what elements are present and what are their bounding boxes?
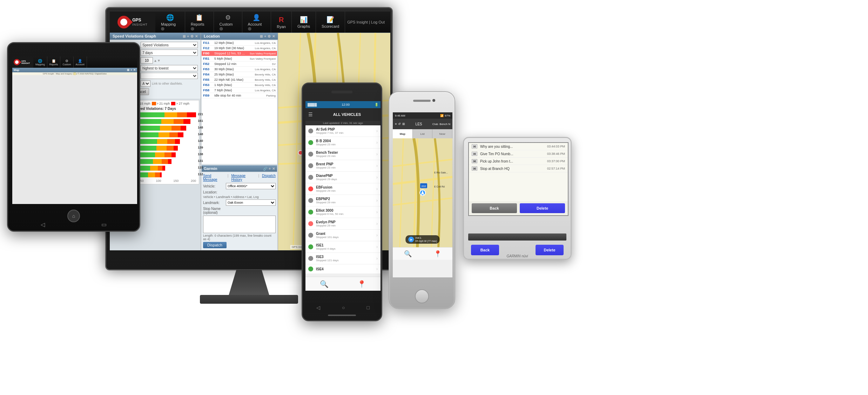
iphone-grid-icon[interactable]: ⊞: [402, 122, 405, 126]
android-vehicle-row-grant[interactable]: Grant Stopped 101 days ›: [305, 230, 381, 241]
copy-icon[interactable]: ⊞: [183, 34, 186, 38]
android-vehicle-row-ise3[interactable]: ISE3 Stopped 121 days ›: [305, 253, 381, 264]
show-input[interactable]: [141, 57, 153, 64]
android-vehicle-row-evelyn[interactable]: Evelyn PNP Stopped 29 min ›: [305, 218, 381, 230]
tablet-recent-icon[interactable]: ▭: [101, 221, 107, 228]
garmin-delete-hardware-btn[interactable]: Delete: [536, 245, 564, 255]
android-vehicle-row-ebpnp2[interactable]: EBPNP2 Stopped 29 min ›: [305, 195, 381, 206]
dashlet-group-select[interactable]: A: [141, 80, 150, 87]
location-row-fi90[interactable]: FI90 Stopped 12 hrs, 53 min Sun Valley F…: [202, 51, 277, 56]
tablet-map-expand-icon[interactable]: +: [130, 68, 132, 72]
map-settings-icon[interactable]: ⚙: [381, 34, 384, 38]
garmin-expand-icon[interactable]: +: [269, 167, 271, 171]
location-close-icon[interactable]: ✕: [272, 34, 275, 38]
sort-select[interactable]: highest to lowest: [141, 65, 198, 71]
tablet-map-close-icon[interactable]: ✕: [133, 68, 136, 72]
android-hamburger-icon[interactable]: ☰: [308, 112, 313, 117]
dispatch-button[interactable]: Dispatch: [203, 242, 227, 248]
display-days-select[interactable]: 7 days: [141, 50, 198, 56]
tablet-back-icon[interactable]: ◁: [41, 221, 45, 228]
message-history-btn[interactable]: Message History: [231, 174, 255, 182]
android-vehicle-row-ebfusion[interactable]: EBFusion Stopped 29 min ›: [305, 183, 381, 195]
garmin-back-hardware-btn[interactable]: Back: [471, 245, 499, 255]
nav-item-ryan[interactable]: R Ryan: [271, 12, 292, 33]
location-label: Location:: [203, 190, 276, 194]
tablet-nav-account[interactable]: 👤 Account: [74, 57, 87, 68]
location-settings-icon[interactable]: ⚙: [268, 34, 271, 38]
map-expand-icon[interactable]: +: [377, 34, 379, 38]
tablet-nav-mapping[interactable]: 🌐 Mapping: [33, 57, 47, 68]
vehicle-select[interactable]: Office 4000G*: [226, 183, 276, 189]
location-row-fi53[interactable]: FI53 30 Mph (Max) Los Angeles, CA: [202, 67, 277, 72]
send-message-btn[interactable]: Send Message: [203, 174, 225, 182]
android-vehicle-row-diane[interactable]: DianePNP Stopped 29 days ›: [305, 172, 381, 183]
location-copy-icon[interactable]: ⊞: [260, 34, 263, 38]
garmin-link-icon[interactable]: 🔗: [263, 167, 267, 171]
android-vehicle-row-bench[interactable]: Bench Tester Stopped 23 min ›: [305, 149, 381, 160]
android-vehicle-row-bb2004[interactable]: B B 2004 Stopped 23 min ›: [305, 137, 381, 149]
graph-type-select[interactable]: Speed Violations: [141, 42, 198, 48]
android-vehicle-row-ise4[interactable]: ISE4 ›: [305, 264, 381, 274]
garmin-delete-btn[interactable]: Delete: [520, 203, 565, 213]
nav-item-graphs[interactable]: 📊 Graphs: [292, 12, 316, 33]
close-icon[interactable]: ✕: [195, 34, 198, 38]
message-textarea[interactable]: [203, 216, 276, 233]
expand-icon[interactable]: +: [187, 34, 189, 38]
tablet-map-copy-icon[interactable]: ⊞: [127, 68, 129, 72]
location-row-fi11[interactable]: FI11 12 Mph (Max) Los Angeles, CA: [202, 40, 277, 46]
android-vehicle-row-ise1[interactable]: ISE1 Stopped 4 days ›: [305, 241, 381, 253]
location-row-fi51[interactable]: FI51 5 Mph (Max) Sun Valley Frontyard: [202, 56, 277, 61]
iphone-pin-icon[interactable]: 📍: [434, 250, 442, 258]
satellite-view-btn[interactable]: SATELLITE: [371, 41, 387, 45]
iphone-home-button[interactable]: [415, 289, 429, 303]
garmin-msg-row-4[interactable]: ✉ Stop at Branch HQ 02:57:14 PM: [469, 165, 568, 172]
map-copy-icon[interactable]: ⊞: [373, 34, 376, 38]
tablet-home-btn[interactable]: ⌂: [67, 210, 80, 222]
tablet-nav-custom[interactable]: ⚙ Custom: [60, 57, 73, 68]
location-row-fi54[interactable]: FI54 25 Mph (Max) Beverly Hills, CA: [202, 72, 277, 77]
android-location-icon[interactable]: 📍: [357, 280, 366, 288]
chevron-right-icon: ›: [376, 256, 378, 261]
bar-segment-red: [174, 146, 178, 151]
garmin-msg-row-3[interactable]: ✉ Pick up John from t... 03:37:00 PM: [469, 158, 568, 165]
garmin-msg-row-2[interactable]: ✉ Give Tim PO Numb... 03:38:46 PM: [469, 150, 568, 158]
location-expand-icon[interactable]: +: [264, 34, 266, 38]
android-vehicle-row-brent[interactable]: Brent PNP Stopped 23 min ›: [305, 160, 381, 172]
location-row-fi55[interactable]: FI55 22 Mph NE (41 Max) Beverly Hills, C…: [202, 77, 277, 83]
nav-item-reports[interactable]: 📋 Reports ◎: [185, 12, 214, 33]
android-home-btn[interactable]: ○: [342, 305, 345, 310]
iphone-list-icon[interactable]: ≡: [395, 122, 397, 126]
dispatch-link[interactable]: Dispatch: [262, 174, 276, 182]
garmin-msg-row-1[interactable]: ✉ Why are you sitting... 03:44:03 PM: [469, 143, 568, 150]
iphone-header: ≡ ↺ ⊞ LES Club Bench N: [393, 119, 452, 129]
nav-item-custom[interactable]: ⚙ Custom ◎: [214, 12, 242, 33]
android-vehicle-row-alsv6[interactable]: Al Sv6 PNP Stopped 7 hrs, 37 min ›: [305, 125, 381, 137]
hybrid-view-btn[interactable]: HYBRID: [355, 41, 367, 45]
tablet-nav-reports[interactable]: 📋 Reports: [47, 57, 61, 68]
iphone-search-icon[interactable]: 🔍: [404, 250, 412, 258]
iphone-tab-active[interactable]: Map: [393, 129, 413, 138]
nav-item-account[interactable]: 👤 Account ◎: [242, 12, 271, 33]
bar-segment-yellow: [153, 159, 162, 164]
vehicle-group-select[interactable]: [141, 73, 198, 79]
location-row-fi12[interactable]: FI12 19 Mph SW (30 Max) Los Angeles, CA: [202, 46, 277, 51]
location-row-fi52[interactable]: FI52 Stopped 12 min SV: [202, 61, 277, 67]
iphone-tab-nearby[interactable]: Near: [432, 129, 452, 138]
location-row-fi53b[interactable]: FI53 1 Mph (Max) Beverly Hills, CA: [202, 83, 277, 88]
iphone-refresh-icon[interactable]: ↺: [398, 122, 401, 126]
android-apps-btn[interactable]: □: [367, 305, 370, 310]
garmin-back-btn[interactable]: Back: [472, 203, 517, 213]
garmin-close-icon[interactable]: ✕: [272, 167, 275, 171]
landmark-select[interactable]: Oak Exxon: [226, 199, 276, 206]
location-row-fi59[interactable]: FI59 Idle stop for 40 min Parking: [202, 93, 277, 98]
settings-icon[interactable]: ⚙: [190, 34, 194, 38]
location-row-fi58[interactable]: FI58 7 Mph (Max) Los Angeles, CA: [202, 88, 277, 93]
android-vehicle-row-elliot[interactable]: Elliot 3000 Stopped 6 hrs, 50 min ›: [305, 206, 381, 218]
nav-item-mapping[interactable]: 🌐 Mapping ◎: [155, 12, 185, 33]
nav-item-scorecard[interactable]: 📝 Scorecard: [316, 12, 345, 33]
street-view-btn[interactable]: STREET: [339, 41, 352, 45]
iphone-tab-list[interactable]: List: [413, 129, 433, 138]
android-back-btn[interactable]: ◁: [316, 305, 320, 310]
android-search-icon[interactable]: 🔍: [320, 280, 329, 288]
map-close-icon[interactable]: ✕: [385, 34, 388, 38]
